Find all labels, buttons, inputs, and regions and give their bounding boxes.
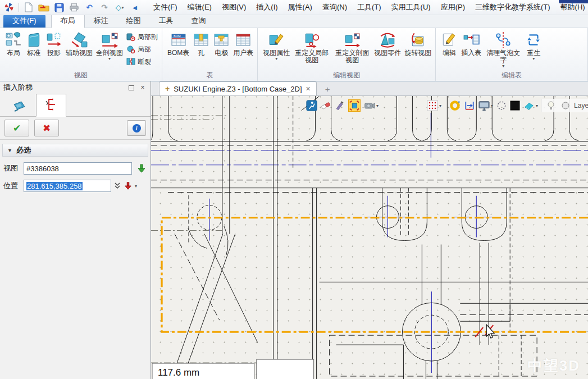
panel-tabs [0,94,151,117]
standard-view-button[interactable]: 标准 [24,30,44,57]
print-icon[interactable] [69,2,80,13]
ribbon-tab-inquire[interactable]: 查询 [183,15,215,28]
ribbon-tab-file[interactable]: 文件(F) [3,15,45,28]
erase-icon[interactable] [320,99,331,112]
info-button[interactable]: i [127,120,146,136]
panel-restore-icon[interactable] [127,84,136,92]
projection-view-icon [45,31,62,48]
menu-applications[interactable]: 应用(P) [436,1,470,14]
view-input[interactable]: #3386038 [24,162,132,175]
required-section-header[interactable]: 必选 [2,144,148,157]
menu-utilities[interactable]: 实用工具(U) [386,1,436,14]
drawing-viewport[interactable]: 117.6 mm [151,96,588,379]
dropdown-caret-icon[interactable] [502,64,504,68]
redo-icon[interactable]: ↷ [99,2,110,13]
ribbon-tab-drawing[interactable]: 绘图 [117,15,150,28]
ribbon: 布局 标准 投影 辅助视图 全剖视图 局部剖 [0,28,588,81]
panel-tab-view[interactable] [4,97,34,116]
rotate-view-button[interactable]: 旋转视图 [403,30,433,57]
window-corner-strip [559,0,588,3]
redefine-local-view-button[interactable]: 重定义局部视图 [291,30,332,65]
partial-section-button[interactable]: 局部剖 [125,31,159,43]
collapse-toolbar-icon[interactable]: ◀ [129,2,140,13]
dropdown-caret-icon[interactable] [439,104,441,108]
local-view-button[interactable]: 局部 [125,44,159,55]
dropdown-caret-icon[interactable] [275,57,277,61]
ribbon-group-table: BOM BOM表 孔 电极 用户表 表 [162,28,258,81]
projection-view-button[interactable]: 投影 [44,30,64,57]
layer-circle-icon[interactable] [559,99,572,112]
dropdown-caret-icon[interactable] [536,104,538,108]
dropdown-caret-icon[interactable] [532,57,535,61]
step-line-icon [43,98,60,113]
open-file-icon[interactable] [38,2,49,13]
auxiliary-view-button[interactable]: 辅助视图 [64,30,94,57]
panel-tab-step[interactable] [36,94,66,117]
menu-3d-teaching-system[interactable]: 三维数字化教学系统(T) [470,1,555,14]
menu-tools[interactable]: 工具(T) [352,1,386,14]
expand-chevron-icon[interactable] [113,181,121,190]
bom-table-button[interactable]: BOM BOM表 [166,30,191,57]
grid-icon[interactable] [426,99,439,112]
tab-close-icon[interactable]: × [306,85,311,92]
align-icon[interactable] [464,99,475,112]
view-field-row: 视图 #3386038 [3,162,147,175]
document-tab[interactable]: SUZUKI Engine.Z3 - [Bottom Case_2D] × [159,81,317,95]
ribbon-group-edit-view: 视图属性 重定义局部视图 重定义剖面视图 视图零件 旋转视图 编辑视图 [258,28,436,81]
undo-icon[interactable]: ↶ [84,2,95,13]
bulb-icon[interactable] [545,99,557,112]
regen-icon[interactable]: ◇ [114,2,125,13]
floppy-icon [54,3,64,12]
layer-eraser-icon[interactable] [523,99,535,112]
regenerate-button[interactable]: 重生 [523,30,544,61]
dropdown-caret-icon[interactable] [108,57,111,61]
panel-close-icon[interactable]: × [138,84,147,92]
color-swatch-icon[interactable] [510,99,520,112]
drawing-canvas[interactable]: 117.6 mm [151,96,588,379]
insert-table-button[interactable]: 插入表 [459,30,483,57]
camera-icon[interactable] [363,99,376,112]
menu-file[interactable]: 文件(F) [148,1,183,14]
new-tab-button[interactable]: + [322,84,334,95]
double-chevron-down-icon [113,181,121,190]
display-icon[interactable] [478,99,490,112]
broken-view-button[interactable]: 断裂 [125,56,159,67]
edit-button[interactable]: 编辑 [439,30,459,57]
menu-inquire[interactable]: 查询(N) [317,1,352,14]
redefine-section-view-button[interactable]: 重定义剖面视图 [332,30,372,65]
view-attributes-button[interactable]: 视图属性 [261,30,291,61]
pick-position-icon[interactable] [124,181,133,190]
ribbon-tab-annotation[interactable]: 标注 [85,15,117,28]
layout-button[interactable]: 布局 [3,30,24,57]
layer-select[interactable]: Layer0 [574,102,588,109]
app-logo-icon[interactable] [3,2,15,13]
view-parts-button[interactable]: 视图零件 [372,30,403,57]
dropdown-caret-icon[interactable] [135,184,137,188]
auto-balloon-icon[interactable] [348,99,361,112]
menu-view[interactable]: 视图(V) [217,1,251,14]
exit-icon[interactable] [306,99,317,112]
new-file-icon[interactable] [23,2,34,13]
menu-edit[interactable]: 编辑(E) [183,1,217,14]
dropdown-caret-icon[interactable] [491,104,493,108]
main-area: 插入阶梯 × ✔ ✖ i 必选 [0,81,588,379]
ring-icon[interactable] [449,99,461,112]
menu-insert[interactable]: 插入(I) [251,1,282,14]
ribbon-tab-tools[interactable]: 工具 [150,15,183,28]
menu-attributes[interactable]: 属性(A) [283,1,317,14]
clean-balloon-text-button[interactable]: 清理气泡文字 [483,30,523,69]
confirm-button[interactable]: ✔ [4,120,29,136]
ribbon-tab-layout[interactable]: 布局 [51,14,85,28]
dropdown-caret-icon[interactable] [376,104,379,108]
user-table-button[interactable]: 用户表 [231,30,255,57]
brush-icon[interactable] [334,99,345,112]
full-section-view-button[interactable]: 全剖视图 [94,30,125,61]
electrode-table-button[interactable]: 电极 [211,30,231,57]
position-input[interactable]: 281.615,385.258 [24,180,111,192]
cancel-button[interactable]: ✖ [34,120,59,136]
printer-icon [69,3,79,12]
hole-table-button[interactable]: 孔 [191,30,211,57]
pick-view-icon[interactable] [136,163,147,173]
lasso-icon[interactable] [496,99,507,112]
save-icon[interactable] [53,2,65,13]
